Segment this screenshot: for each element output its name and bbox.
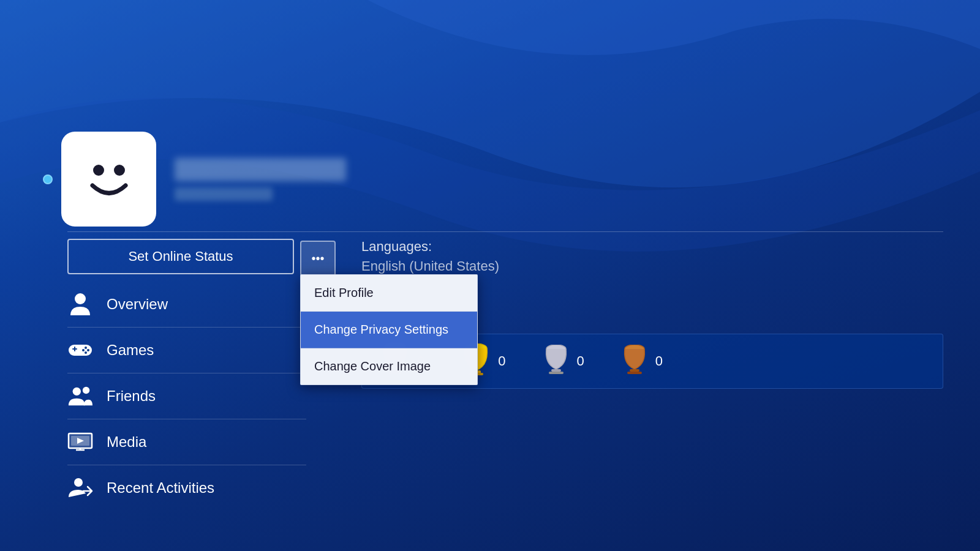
sidebar-item-recent-activities[interactable]: Recent Activities (67, 465, 306, 511)
silver-trophy-icon (543, 345, 570, 378)
svg-rect-5 (74, 347, 75, 351)
svg-rect-26 (551, 369, 561, 372)
svg-point-8 (82, 349, 85, 351)
svg-point-6 (85, 347, 87, 349)
svg-rect-27 (549, 372, 564, 374)
svg-point-2 (75, 293, 86, 304)
profile-divider (67, 231, 943, 232)
dropdown-item-change-privacy[interactable]: Change Privacy Settings (301, 312, 477, 348)
avatar (61, 132, 156, 227)
dropdown-item-change-cover[interactable]: Change Cover Image (301, 348, 477, 384)
trophy-bronze: 0 (621, 345, 663, 378)
bronze-trophy-icon (621, 345, 648, 378)
media-label: Media (107, 433, 146, 451)
friends-icon (67, 383, 93, 409)
silver-count: 0 (577, 353, 584, 369)
media-icon (67, 429, 93, 455)
friends-label: Friends (107, 388, 156, 405)
main-content: Set Online Status ••• Overview (0, 0, 980, 551)
svg-point-11 (83, 387, 89, 394)
dropdown-item-edit-profile[interactable]: Edit Profile (301, 275, 477, 312)
svg-rect-30 (627, 372, 642, 374)
profile-section (61, 132, 346, 227)
recent-activities-label: Recent Activities (107, 479, 214, 497)
sidebar-item-games[interactable]: Games (67, 328, 306, 373)
set-online-status-button[interactable]: Set Online Status (67, 239, 294, 274)
svg-point-18 (74, 478, 83, 487)
activities-icon (67, 475, 93, 501)
sidebar-nav: Overview Games (67, 282, 306, 511)
bronze-count: 0 (655, 353, 663, 369)
languages-label: Languages: (361, 239, 943, 255)
right-panel: Languages: English (United States) (361, 239, 943, 274)
gold-count: 0 (498, 353, 505, 369)
sidebar-item-overview[interactable]: Overview (67, 282, 306, 328)
languages-value: English (United States) (361, 258, 943, 274)
svg-rect-29 (630, 369, 639, 372)
online-indicator (43, 174, 53, 184)
sidebar-item-friends[interactable]: Friends (67, 373, 306, 419)
svg-point-9 (85, 351, 87, 354)
svg-point-10 (73, 388, 81, 395)
avatar-face-icon (75, 146, 143, 213)
username-blurred (175, 158, 346, 181)
svg-point-7 (87, 349, 89, 351)
dropdown-menu: Edit Profile Change Privacy Settings Cha… (300, 274, 478, 385)
more-options-button[interactable]: ••• (300, 241, 336, 276)
games-label: Games (107, 342, 154, 359)
gamepad-icon (67, 337, 93, 363)
user-sub-blurred (175, 187, 273, 201)
overview-label: Overview (107, 296, 168, 313)
sidebar-item-media[interactable]: Media (67, 419, 306, 465)
trophy-silver: 0 (543, 345, 584, 378)
svg-point-0 (93, 165, 104, 176)
svg-point-1 (114, 165, 125, 176)
person-icon (67, 291, 93, 317)
profile-info (175, 158, 346, 201)
